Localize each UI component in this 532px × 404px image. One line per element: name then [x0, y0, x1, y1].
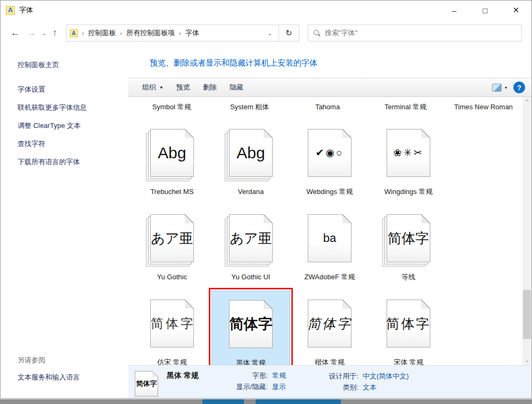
font-item[interactable]: AbgVerdana [211, 120, 290, 201]
font-icon-wrap: あア亜 [150, 212, 194, 265]
main-panel: 预览、删除或者显示和隐藏计算机上安装的字体 组织▼预览删除隐藏 ▾ ? Symb… [128, 46, 531, 398]
selected-font-icon: 简体字 [135, 371, 158, 397]
search-box[interactable]: 搜索"字体" [308, 25, 522, 42]
toolbar-button-隐藏[interactable]: 隐藏 [223, 83, 250, 92]
views-chevron-icon[interactable]: ▾ [505, 85, 507, 90]
font-item-label[interactable]: Times New Roman [445, 102, 522, 112]
font-page-icon: ba [308, 214, 351, 262]
details-field-value[interactable]: 显示 [272, 383, 286, 391]
font-item-label: 楷体 常规 [315, 358, 345, 365]
views-icon[interactable] [492, 84, 502, 92]
sidebar-item[interactable]: 查找字符 [18, 139, 128, 149]
up-icon[interactable]: ↑ [52, 28, 57, 38]
sidebar-item[interactable]: 字体设置 [18, 85, 128, 94]
font-page-icon: 简体字 [308, 300, 351, 348]
details-field: 类别:文本 [320, 383, 409, 392]
font-icon-wrap: 简体字 [387, 297, 430, 350]
font-item-label[interactable]: Symbol 常规 [133, 102, 210, 112]
font-icon-wrap: 简体字 [308, 297, 351, 350]
font-icon-wrap: あア亜 [229, 212, 273, 265]
details-field-label: 显示/隐藏: [225, 383, 268, 391]
title-bar: A 字体 – □ ✕ [1, 1, 531, 20]
minimize-button[interactable]: – [439, 1, 470, 20]
font-item[interactable]: AbgTrebuchet MS [133, 120, 211, 201]
toolbar-button-删除[interactable]: 删除 [197, 83, 223, 92]
details-field-value[interactable]: 常规 [272, 371, 286, 380]
font-glyph: 简体字 [388, 229, 429, 248]
see-also-heading: 另请参阅 [18, 355, 128, 365]
font-glyph: ba [323, 231, 336, 245]
search-icon [314, 30, 320, 36]
search-placeholder: 搜索"字体" [325, 28, 357, 38]
crumb-separator-icon: › [81, 30, 85, 36]
font-item-label[interactable]: Tahoma [289, 102, 366, 112]
font-page-icon: 简体字 [150, 300, 194, 348]
help-button[interactable]: ? [513, 82, 525, 93]
font-item[interactable]: あア亜Yu Gothic [133, 205, 211, 286]
font-item[interactable]: ✔◉○Webdings 常规 [290, 120, 369, 201]
window-title: 字体 [19, 5, 33, 15]
details-field: 字形:常规 [225, 371, 286, 380]
font-icon-wrap: ❀✳✂ [387, 126, 430, 180]
font-item-label: 宋体 常规 [394, 358, 423, 365]
font-page-icon: 简体字 [387, 300, 430, 348]
font-glyph: 简体字 [307, 315, 352, 333]
vertical-scrollbar[interactable]: ⌃ ⌄ [522, 97, 531, 365]
font-item[interactable]: 简体字等线 [369, 205, 448, 286]
page-fold-icon [264, 129, 273, 138]
font-item-label: 黑体 常规 [236, 358, 266, 365]
page-fold-icon [342, 214, 351, 223]
sidebar: 控制面板主页 字体设置联机获取更多字体信息调整 ClearType 文本查找字符… [1, 46, 128, 398]
sidebar-item[interactable]: 联机获取更多字体信息 [18, 103, 128, 112]
sidebar-item-control-panel-home[interactable]: 控制面板主页 [18, 60, 128, 70]
scroll-down-icon[interactable]: ⌄ [525, 355, 529, 365]
maximize-button[interactable]: □ [470, 1, 501, 20]
details-field-value[interactable]: 中文(简体中文) [363, 372, 409, 381]
taskbar-segment [256, 399, 341, 404]
font-item-label: Yu Gothic [157, 272, 187, 282]
font-page-icon: 简体字 [229, 300, 273, 348]
font-icon-wrap: Abg [229, 126, 273, 180]
breadcrumb-item[interactable]: 控制面板 [85, 28, 119, 38]
font-item[interactable]: ❀✳✂Wingdings 常规 [369, 120, 448, 201]
details-font-name: 黑体 常规 [167, 366, 225, 381]
sidebar-item[interactable]: 下载所有语言的字体 [18, 157, 128, 167]
crumb-separator-icon: › [178, 30, 182, 36]
details-field: 设计用于:中文(简体中文) [320, 372, 409, 381]
page-fold-icon [421, 129, 430, 138]
font-item[interactable]: 简体字黑体 常规 [211, 290, 290, 365]
close-button[interactable]: ✕ [501, 1, 531, 20]
breadcrumb-item[interactable]: 字体 [182, 28, 202, 38]
address-chevron-icon[interactable]: ⌄ [264, 30, 276, 36]
toolbar-button-组织[interactable]: 组织▼ [136, 83, 170, 92]
font-item-label: Yu Gothic UI [232, 272, 271, 282]
font-item-label[interactable]: Terminal 常规 [366, 102, 444, 112]
page-fold-icon [342, 300, 351, 309]
details-field-value[interactable]: 文本 [363, 383, 377, 392]
font-glyph: Abg [158, 144, 186, 162]
font-icon-wrap: 简体字 [150, 297, 194, 350]
sidebar-item[interactable]: 调整 ClearType 文本 [18, 121, 128, 131]
scroll-up-icon[interactable]: ⌃ [525, 97, 529, 107]
history-chevron-icon[interactable]: ⌄ [42, 30, 46, 36]
address-bar[interactable]: A › 控制面板›所有控制面板项›字体 ⌄ [66, 25, 279, 42]
sidebar-see-also-link[interactable]: 文本服务和输入语言 [18, 373, 128, 382]
font-item[interactable]: 简体字宋体 常规 [369, 290, 448, 365]
details-field: 显示/隐藏:显示 [225, 383, 286, 391]
font-item-label[interactable]: System 粗体 [210, 102, 288, 112]
navigation-bar: ← → ⌄ ↑ A › 控制面板›所有控制面板项›字体 ⌄ ↻ 搜索"字体" [1, 20, 531, 46]
page-fold-icon [421, 300, 430, 309]
forward-icon: → [27, 28, 36, 38]
toolbar-button-预览[interactable]: 预览 [170, 83, 197, 92]
page-fold-icon [185, 129, 194, 138]
fonts-app-icon: A [6, 6, 15, 15]
font-item[interactable]: あア亜Yu Gothic UI [211, 205, 290, 286]
breadcrumb-item[interactable]: 所有控制面板项 [123, 28, 178, 38]
font-item[interactable]: 简体字仿宋 常规 [133, 290, 211, 365]
scrollbar-thumb[interactable] [523, 290, 531, 339]
back-icon[interactable]: ← [11, 28, 20, 38]
refresh-button[interactable]: ↻ [279, 25, 299, 42]
dropdown-caret-icon: ▼ [159, 85, 163, 90]
font-item[interactable]: 简体字楷体 常规 [290, 290, 369, 365]
font-item[interactable]: baZWAdobeF 常规 [290, 205, 369, 286]
